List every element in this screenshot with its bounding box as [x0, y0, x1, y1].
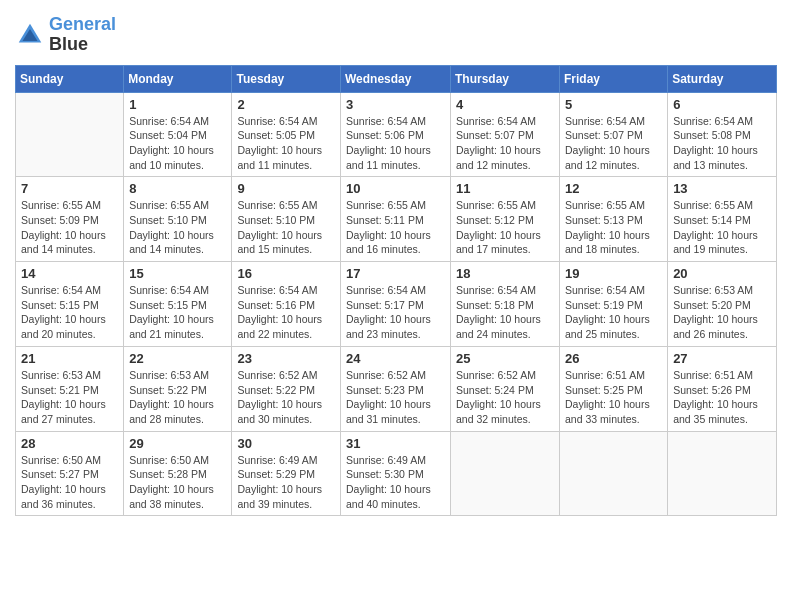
day-cell: 2Sunrise: 6:54 AM Sunset: 5:05 PM Daylig…	[232, 92, 341, 177]
day-cell: 24Sunrise: 6:52 AM Sunset: 5:23 PM Dayli…	[341, 346, 451, 431]
day-cell: 17Sunrise: 6:54 AM Sunset: 5:17 PM Dayli…	[341, 262, 451, 347]
weekday-header-sunday: Sunday	[16, 65, 124, 92]
logo-icon	[15, 20, 45, 50]
weekday-header-row: SundayMondayTuesdayWednesdayThursdayFrid…	[16, 65, 777, 92]
day-info: Sunrise: 6:55 AM Sunset: 5:12 PM Dayligh…	[456, 198, 554, 257]
weekday-header-saturday: Saturday	[668, 65, 777, 92]
logo-text: General Blue	[49, 15, 116, 55]
day-number: 10	[346, 181, 445, 196]
day-number: 11	[456, 181, 554, 196]
day-info: Sunrise: 6:54 AM Sunset: 5:15 PM Dayligh…	[21, 283, 118, 342]
day-info: Sunrise: 6:52 AM Sunset: 5:22 PM Dayligh…	[237, 368, 335, 427]
week-row-1: 1Sunrise: 6:54 AM Sunset: 5:04 PM Daylig…	[16, 92, 777, 177]
day-cell: 21Sunrise: 6:53 AM Sunset: 5:21 PM Dayli…	[16, 346, 124, 431]
day-number: 24	[346, 351, 445, 366]
day-cell: 31Sunrise: 6:49 AM Sunset: 5:30 PM Dayli…	[341, 431, 451, 516]
day-cell: 9Sunrise: 6:55 AM Sunset: 5:10 PM Daylig…	[232, 177, 341, 262]
day-number: 20	[673, 266, 771, 281]
day-cell: 20Sunrise: 6:53 AM Sunset: 5:20 PM Dayli…	[668, 262, 777, 347]
day-number: 13	[673, 181, 771, 196]
day-info: Sunrise: 6:53 AM Sunset: 5:22 PM Dayligh…	[129, 368, 226, 427]
day-cell	[560, 431, 668, 516]
day-number: 14	[21, 266, 118, 281]
weekday-header-thursday: Thursday	[451, 65, 560, 92]
day-cell: 28Sunrise: 6:50 AM Sunset: 5:27 PM Dayli…	[16, 431, 124, 516]
day-info: Sunrise: 6:55 AM Sunset: 5:09 PM Dayligh…	[21, 198, 118, 257]
day-number: 19	[565, 266, 662, 281]
day-cell: 16Sunrise: 6:54 AM Sunset: 5:16 PM Dayli…	[232, 262, 341, 347]
day-cell	[668, 431, 777, 516]
day-number: 18	[456, 266, 554, 281]
day-info: Sunrise: 6:54 AM Sunset: 5:07 PM Dayligh…	[565, 114, 662, 173]
day-number: 4	[456, 97, 554, 112]
logo: General Blue	[15, 15, 116, 55]
day-number: 27	[673, 351, 771, 366]
day-cell: 18Sunrise: 6:54 AM Sunset: 5:18 PM Dayli…	[451, 262, 560, 347]
day-info: Sunrise: 6:55 AM Sunset: 5:10 PM Dayligh…	[129, 198, 226, 257]
day-number: 7	[21, 181, 118, 196]
day-number: 8	[129, 181, 226, 196]
day-cell	[16, 92, 124, 177]
day-info: Sunrise: 6:53 AM Sunset: 5:20 PM Dayligh…	[673, 283, 771, 342]
day-info: Sunrise: 6:51 AM Sunset: 5:25 PM Dayligh…	[565, 368, 662, 427]
day-info: Sunrise: 6:50 AM Sunset: 5:27 PM Dayligh…	[21, 453, 118, 512]
day-cell: 6Sunrise: 6:54 AM Sunset: 5:08 PM Daylig…	[668, 92, 777, 177]
day-info: Sunrise: 6:49 AM Sunset: 5:30 PM Dayligh…	[346, 453, 445, 512]
day-info: Sunrise: 6:52 AM Sunset: 5:24 PM Dayligh…	[456, 368, 554, 427]
day-cell: 23Sunrise: 6:52 AM Sunset: 5:22 PM Dayli…	[232, 346, 341, 431]
day-cell: 11Sunrise: 6:55 AM Sunset: 5:12 PM Dayli…	[451, 177, 560, 262]
day-info: Sunrise: 6:54 AM Sunset: 5:07 PM Dayligh…	[456, 114, 554, 173]
week-row-4: 21Sunrise: 6:53 AM Sunset: 5:21 PM Dayli…	[16, 346, 777, 431]
week-row-2: 7Sunrise: 6:55 AM Sunset: 5:09 PM Daylig…	[16, 177, 777, 262]
day-info: Sunrise: 6:54 AM Sunset: 5:05 PM Dayligh…	[237, 114, 335, 173]
day-cell: 22Sunrise: 6:53 AM Sunset: 5:22 PM Dayli…	[124, 346, 232, 431]
day-number: 28	[21, 436, 118, 451]
day-number: 6	[673, 97, 771, 112]
day-info: Sunrise: 6:54 AM Sunset: 5:08 PM Dayligh…	[673, 114, 771, 173]
week-row-5: 28Sunrise: 6:50 AM Sunset: 5:27 PM Dayli…	[16, 431, 777, 516]
day-cell: 19Sunrise: 6:54 AM Sunset: 5:19 PM Dayli…	[560, 262, 668, 347]
day-number: 26	[565, 351, 662, 366]
weekday-header-wednesday: Wednesday	[341, 65, 451, 92]
day-number: 16	[237, 266, 335, 281]
day-info: Sunrise: 6:54 AM Sunset: 5:15 PM Dayligh…	[129, 283, 226, 342]
weekday-header-tuesday: Tuesday	[232, 65, 341, 92]
day-cell	[451, 431, 560, 516]
day-number: 17	[346, 266, 445, 281]
day-info: Sunrise: 6:54 AM Sunset: 5:04 PM Dayligh…	[129, 114, 226, 173]
day-cell: 3Sunrise: 6:54 AM Sunset: 5:06 PM Daylig…	[341, 92, 451, 177]
day-info: Sunrise: 6:50 AM Sunset: 5:28 PM Dayligh…	[129, 453, 226, 512]
day-number: 22	[129, 351, 226, 366]
weekday-header-friday: Friday	[560, 65, 668, 92]
day-info: Sunrise: 6:54 AM Sunset: 5:06 PM Dayligh…	[346, 114, 445, 173]
day-number: 12	[565, 181, 662, 196]
day-info: Sunrise: 6:55 AM Sunset: 5:14 PM Dayligh…	[673, 198, 771, 257]
day-info: Sunrise: 6:51 AM Sunset: 5:26 PM Dayligh…	[673, 368, 771, 427]
day-number: 1	[129, 97, 226, 112]
day-info: Sunrise: 6:55 AM Sunset: 5:13 PM Dayligh…	[565, 198, 662, 257]
day-number: 2	[237, 97, 335, 112]
day-number: 9	[237, 181, 335, 196]
day-info: Sunrise: 6:55 AM Sunset: 5:10 PM Dayligh…	[237, 198, 335, 257]
day-cell: 5Sunrise: 6:54 AM Sunset: 5:07 PM Daylig…	[560, 92, 668, 177]
day-info: Sunrise: 6:55 AM Sunset: 5:11 PM Dayligh…	[346, 198, 445, 257]
day-cell: 14Sunrise: 6:54 AM Sunset: 5:15 PM Dayli…	[16, 262, 124, 347]
day-number: 5	[565, 97, 662, 112]
page-header: General Blue	[15, 15, 777, 55]
day-number: 23	[237, 351, 335, 366]
day-number: 25	[456, 351, 554, 366]
day-info: Sunrise: 6:54 AM Sunset: 5:16 PM Dayligh…	[237, 283, 335, 342]
day-cell: 12Sunrise: 6:55 AM Sunset: 5:13 PM Dayli…	[560, 177, 668, 262]
day-info: Sunrise: 6:54 AM Sunset: 5:18 PM Dayligh…	[456, 283, 554, 342]
day-info: Sunrise: 6:52 AM Sunset: 5:23 PM Dayligh…	[346, 368, 445, 427]
day-number: 3	[346, 97, 445, 112]
day-number: 15	[129, 266, 226, 281]
day-info: Sunrise: 6:54 AM Sunset: 5:17 PM Dayligh…	[346, 283, 445, 342]
day-cell: 10Sunrise: 6:55 AM Sunset: 5:11 PM Dayli…	[341, 177, 451, 262]
week-row-3: 14Sunrise: 6:54 AM Sunset: 5:15 PM Dayli…	[16, 262, 777, 347]
day-cell: 29Sunrise: 6:50 AM Sunset: 5:28 PM Dayli…	[124, 431, 232, 516]
day-info: Sunrise: 6:49 AM Sunset: 5:29 PM Dayligh…	[237, 453, 335, 512]
day-cell: 15Sunrise: 6:54 AM Sunset: 5:15 PM Dayli…	[124, 262, 232, 347]
day-cell: 7Sunrise: 6:55 AM Sunset: 5:09 PM Daylig…	[16, 177, 124, 262]
day-cell: 27Sunrise: 6:51 AM Sunset: 5:26 PM Dayli…	[668, 346, 777, 431]
